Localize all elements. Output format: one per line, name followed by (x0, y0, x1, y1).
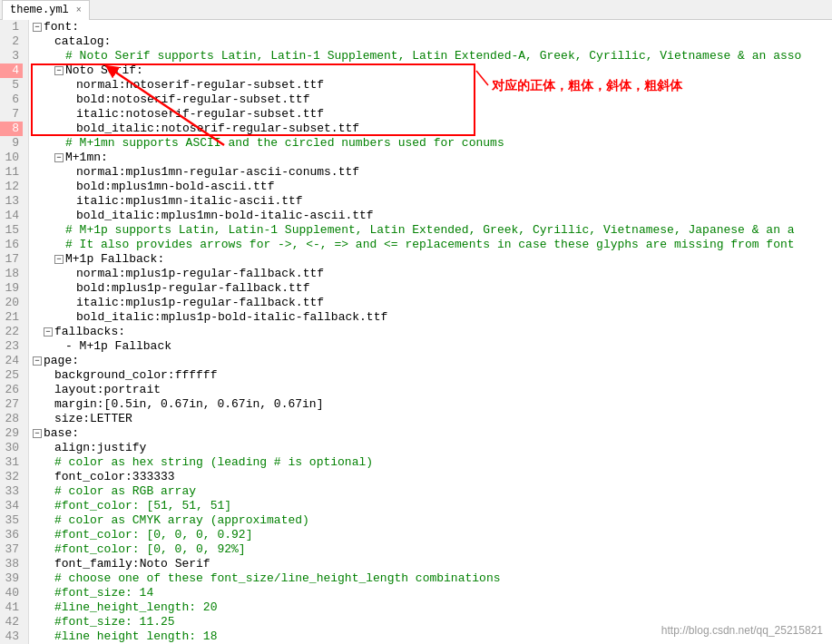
code-line-37: #font_color: [0, 0, 0, 92%] (33, 542, 832, 557)
line-num-22: 22 (0, 325, 23, 339)
code-line-41: #line_height_length: 20 (33, 600, 832, 615)
line-num-23: 23 (0, 339, 23, 354)
code-line-31: # color as hex string (leading # is opti… (33, 455, 832, 470)
code-line-29: −base: (33, 426, 832, 441)
code-line-15: # M+1p supports Latin, Latin-1 Supplemen… (33, 223, 832, 238)
code-line-27: margin: [0.5in, 0.67in, 0.67in, 0.67in] (33, 397, 832, 412)
code-line-25: background_color: ffffff (33, 368, 832, 383)
line-num-36: 36 (0, 528, 23, 542)
code-line-21: bold_italic: mplus1p-bold-italic-fallbac… (33, 310, 832, 325)
collapse-icon-line-17[interactable]: − (54, 255, 64, 264)
collapse-icon-line-4[interactable]: − (54, 66, 64, 75)
line-numbers: 1234567891011121314151617181920212223242… (0, 20, 29, 644)
watermark: http://blog.csdn.net/qq_25215821 (661, 624, 823, 637)
line-num-5: 5 (0, 78, 23, 93)
line-num-3: 3 (0, 49, 23, 63)
line-num-25: 25 (0, 368, 23, 383)
line-num-19: 19 (0, 281, 23, 296)
tab-filename: theme.yml (10, 4, 69, 16)
code-line-32: font_color: 333333 (33, 470, 832, 484)
collapse-icon-line-22[interactable]: − (44, 327, 53, 337)
line-num-7: 7 (0, 107, 23, 122)
code-line-35: # color as CMYK array (approximated) (33, 513, 832, 528)
code-line-17: −M+1p Fallback: (33, 252, 832, 267)
collapse-icon-line-10[interactable]: − (54, 153, 64, 162)
collapse-icon-line-1[interactable]: − (33, 23, 42, 32)
collapse-icon-line-29[interactable]: − (33, 429, 42, 438)
line-num-41: 41 (0, 600, 23, 615)
code-line-5: normal: notoserif-regular-subset.ttf (33, 78, 832, 93)
code-line-3: # Noto Serif supports Latin, Latin-1 Sup… (33, 49, 832, 63)
line-num-20: 20 (0, 296, 23, 310)
line-num-29: 29 (0, 426, 23, 441)
line-num-34: 34 (0, 499, 23, 513)
code-line-12: bold: mplus1mn-bold-ascii.ttf (33, 180, 832, 194)
code-line-6: bold: notoserif-regular-subset.ttf (33, 93, 832, 107)
code-line-9: # M+1mn supports ASCII and the circled n… (33, 136, 832, 151)
line-num-32: 32 (0, 470, 23, 484)
code-line-30: align: justify (33, 441, 832, 455)
line-num-1: 1 (0, 20, 23, 34)
line-num-14: 14 (0, 209, 23, 223)
line-num-11: 11 (0, 165, 23, 180)
code-line-14: bold_italic: mplus1mn-bold-italic-ascii.… (33, 209, 832, 223)
code-line-7: italic: notoserif-regular-subset.ttf (33, 107, 832, 122)
code-line-38: font_family: Noto Serif (33, 557, 832, 571)
line-num-2: 2 (0, 34, 23, 49)
line-num-28: 28 (0, 412, 23, 426)
code-line-2: catalog: (33, 34, 832, 49)
line-num-6: 6 (0, 93, 23, 107)
code-line-39: # choose one of these font_size/line_hei… (33, 571, 832, 586)
line-num-42: 42 (0, 615, 23, 629)
line-num-16: 16 (0, 238, 23, 252)
code-line-24: −page: (33, 354, 832, 368)
code-line-40: #font_size: 14 (33, 586, 832, 600)
code-area[interactable]: 对应的正体，粗体，斜体，粗斜体 −font:catalog:# Noto Ser… (29, 20, 832, 644)
code-line-33: # color as RGB array (33, 484, 832, 499)
line-num-17: 17 (0, 252, 23, 267)
line-num-40: 40 (0, 586, 23, 600)
line-num-13: 13 (0, 194, 23, 209)
code-line-16: # It also provides arrows for ->, <-, =>… (33, 238, 832, 252)
line-num-18: 18 (0, 267, 23, 281)
line-num-37: 37 (0, 542, 23, 557)
line-num-27: 27 (0, 397, 23, 412)
line-num-26: 26 (0, 383, 23, 397)
code-line-36: #font_color: [0, 0, 0, 0.92] (33, 528, 832, 542)
collapse-icon-line-24[interactable]: − (33, 356, 42, 366)
code-line-28: size: LETTER (33, 412, 832, 426)
line-num-10: 10 (0, 151, 23, 165)
code-line-13: italic: mplus1mn-italic-ascii.ttf (33, 194, 832, 209)
code-line-8: bold_italic: notoserif-regular-subset.tt… (33, 122, 832, 136)
line-num-4: 4 (0, 63, 23, 78)
line-num-21: 21 (0, 310, 23, 325)
line-num-8: 8 (0, 122, 23, 136)
code-line-19: bold: mplus1p-regular-fallback.ttf (33, 281, 832, 296)
code-line-11: normal: mplus1mn-regular-ascii-conums.tt… (33, 165, 832, 180)
tab-bar: theme.yml × (0, 0, 832, 20)
tab-theme-yml[interactable]: theme.yml × (2, 0, 90, 20)
line-num-9: 9 (0, 136, 23, 151)
code-line-22: −fallbacks: (33, 325, 832, 339)
line-num-33: 33 (0, 484, 23, 499)
code-line-20: italic: mplus1p-regular-fallback.ttf (33, 296, 832, 310)
code-line-23: - M+1p Fallback (33, 339, 832, 354)
code-line-10: −M+1mn: (33, 151, 832, 165)
line-num-31: 31 (0, 455, 23, 470)
line-num-12: 12 (0, 180, 23, 194)
code-line-4: −Noto Serif: (33, 63, 832, 78)
code-line-1: −font: (33, 20, 832, 34)
line-num-24: 24 (0, 354, 23, 368)
line-num-38: 38 (0, 557, 23, 571)
code-line-18: normal: mplus1p-regular-fallback.ttf (33, 267, 832, 281)
code-line-34: #font_color: [51, 51, 51] (33, 499, 832, 513)
line-num-15: 15 (0, 223, 23, 238)
code-line-26: layout: portrait (33, 383, 832, 397)
tab-close-button[interactable]: × (76, 5, 82, 15)
line-num-43: 43 (0, 629, 23, 644)
line-num-30: 30 (0, 441, 23, 455)
line-num-35: 35 (0, 513, 23, 528)
line-num-39: 39 (0, 571, 23, 586)
editor: 1234567891011121314151617181920212223242… (0, 20, 832, 644)
